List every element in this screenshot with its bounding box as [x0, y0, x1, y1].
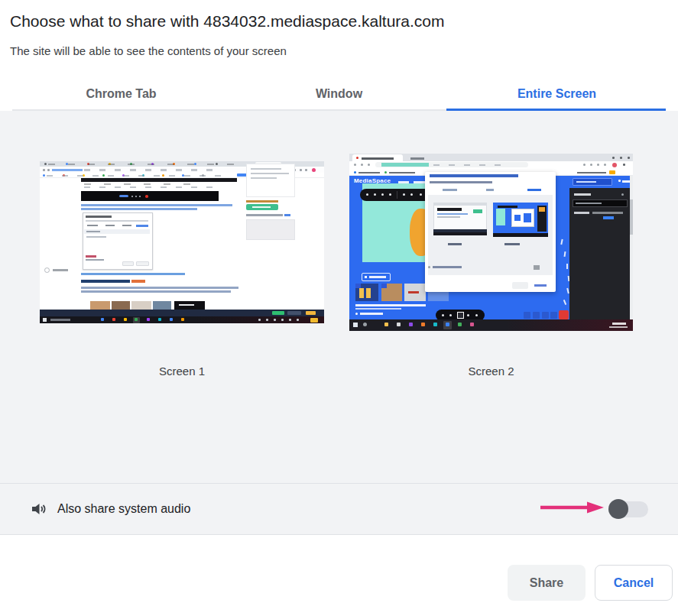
media-list-panel: MediaSpace	[0, 111, 678, 535]
cancel-button[interactable]: Cancel	[595, 565, 673, 601]
windows-taskbar	[349, 319, 633, 331]
speaker-icon	[32, 503, 47, 515]
record-red-button	[559, 310, 569, 319]
tab-chrome-tab[interactable]: Chrome Tab	[12, 79, 230, 109]
browser-scrollbar[interactable]	[630, 176, 633, 319]
profile-avatar	[612, 163, 617, 167]
tab-window[interactable]: Window	[230, 79, 448, 109]
system-audio-label: Also share system audio	[57, 502, 190, 516]
url-selection-highlight	[381, 163, 429, 167]
photo-strip	[90, 301, 110, 310]
share-picker-dialog: Choose what to share with 4834032.medias…	[0, 0, 678, 616]
system-audio-row: Also share system audio	[0, 483, 678, 535]
share-button[interactable]: Share	[508, 565, 586, 601]
page-title: Choose what to share with 4834032.medias…	[10, 11, 445, 32]
toggle-knob	[608, 499, 628, 519]
screen-2-thumbnail[interactable]: MediaSpace	[349, 154, 633, 331]
video-player-bar	[81, 191, 219, 201]
system-audio-toggle[interactable]	[610, 501, 648, 517]
screen-2-label: Screen 2	[349, 365, 633, 378]
screen-1-label: Screen 1	[40, 365, 324, 378]
subtitle: The site will be able to see the content…	[10, 44, 287, 57]
annotation-arrow-icon	[540, 501, 604, 517]
tab-entire-screen[interactable]: Entire Screen	[448, 79, 666, 109]
source-type-tabs: Chrome Tab Window Entire Screen	[12, 79, 666, 111]
page-menu-bar	[81, 178, 237, 182]
profile-avatar	[312, 168, 316, 172]
dark-sidebar	[569, 188, 631, 319]
screen-1-thumbnail[interactable]	[40, 161, 324, 323]
